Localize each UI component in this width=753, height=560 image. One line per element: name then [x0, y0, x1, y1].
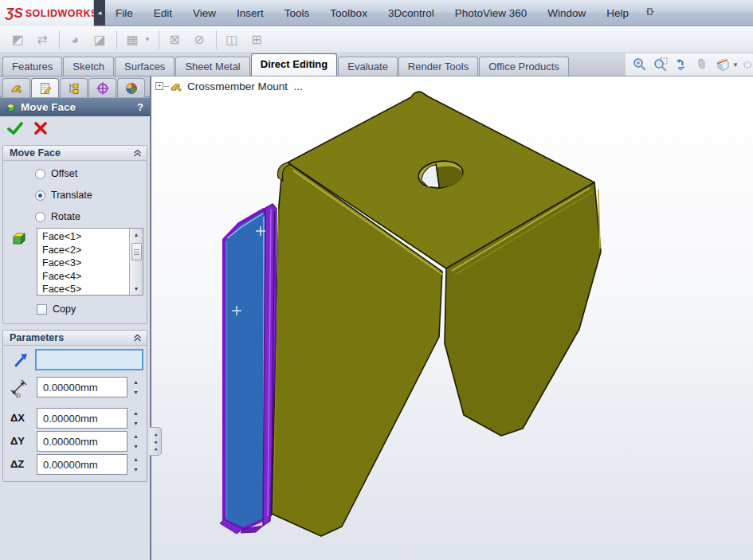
spin-up-icon[interactable]: ▲ — [130, 408, 142, 418]
pattern-icon[interactable]: ▦ — [123, 30, 142, 49]
copy-option[interactable]: Copy — [37, 301, 76, 317]
radio-circle[interactable] — [35, 169, 45, 179]
tab-surfaces[interactable]: Surfaces — [115, 57, 175, 76]
direction-reference-input[interactable] — [35, 349, 143, 370]
tab-render-tools[interactable]: Render Tools — [398, 57, 478, 76]
tab-sketch[interactable]: Sketch — [63, 57, 114, 76]
scroll-thumb[interactable] — [131, 243, 142, 260]
section-view-dropdown-icon[interactable]: ▼ — [732, 61, 739, 69]
parameters-group-header[interactable]: Parameters — [3, 331, 147, 346]
fillet-icon[interactable]: ◕ — [65, 30, 84, 49]
menu-3dcontrol[interactable]: 3Dcontrol — [378, 0, 445, 26]
menu-tools[interactable]: Tools — [274, 0, 320, 26]
delta-z-input[interactable] — [37, 454, 127, 475]
face-list-item[interactable]: Face<3> — [42, 257, 143, 270]
delta-y-spinner[interactable]: ▲ ▼ — [130, 431, 142, 452]
delta-z-label: ΔZ — [10, 458, 24, 470]
face-selection-list[interactable]: Face<1> Face<2> Face<3> Face<4> Face<5> … — [37, 228, 143, 296]
delta-y-row: ΔY ▲ ▼ — [3, 431, 147, 453]
menu-toolbox[interactable]: Toolbox — [320, 0, 378, 26]
face-list-scrollbar[interactable]: ▲ ▼ — [129, 229, 143, 295]
menu-help[interactable]: Help — [596, 0, 639, 26]
chamfer-icon[interactable]: ◪ — [90, 30, 109, 49]
model-selected-face[interactable] — [224, 210, 266, 529]
section-view-icon[interactable] — [715, 57, 731, 72]
scroll-up-icon[interactable]: ▲ — [130, 229, 143, 241]
menu-file[interactable]: File — [105, 0, 143, 26]
rotate-view-icon[interactable] — [673, 57, 689, 72]
pin-menu-icon[interactable] — [642, 0, 655, 25]
distance-input[interactable] — [37, 377, 127, 397]
tab-feature-manager[interactable] — [2, 78, 30, 97]
distance-spinner[interactable]: ▲ ▼ — [130, 377, 142, 397]
direction-arrow-icon — [13, 352, 29, 371]
menu-window[interactable]: Window — [537, 0, 596, 26]
spin-down-icon[interactable]: ▼ — [130, 441, 142, 452]
spin-up-icon[interactable]: ▲ — [130, 431, 142, 441]
help-button[interactable]: ? — [137, 101, 143, 113]
tab-configuration-manager[interactable] — [60, 78, 88, 97]
direction-row — [3, 349, 147, 373]
graphics-area[interactable]: + Crossmember Mount ... — [151, 76, 753, 560]
delta-x-spinner[interactable]: ▲ ▼ — [130, 408, 142, 429]
tab-dimxpert-manager[interactable] — [88, 78, 116, 97]
spin-down-icon[interactable]: ▼ — [130, 464, 142, 475]
toolbar-separator — [59, 30, 60, 49]
tab-office-products[interactable]: Office Products — [479, 57, 569, 76]
menu-view[interactable]: View — [182, 0, 226, 26]
radio-rotate[interactable]: Rotate — [35, 210, 80, 224]
radio-circle[interactable] — [35, 212, 45, 222]
delete-face-icon[interactable]: ⊠ — [165, 30, 184, 49]
spin-up-icon[interactable]: ▲ — [130, 377, 142, 387]
view-toolbar: ▼ — [626, 53, 753, 76]
panel-tab-strip — [0, 76, 150, 97]
tab-direct-editing[interactable]: Direct Editing — [251, 53, 338, 76]
tree-part-name[interactable]: Crossmember Mount ... — [187, 80, 303, 92]
radio-offset[interactable]: Offset — [35, 166, 77, 181]
face-list-item[interactable]: Face<1> — [42, 230, 143, 244]
confirm-row — [0, 116, 150, 140]
pan-icon[interactable] — [694, 57, 710, 72]
menu-edit[interactable]: Edit — [143, 0, 182, 26]
collapse-chevron-icon[interactable] — [133, 149, 142, 158]
delta-z-spinner[interactable]: ▲ ▼ — [130, 454, 142, 475]
replace-face-icon[interactable]: ⇄ — [33, 30, 52, 49]
menu-photoview[interactable]: PhotoView 360 — [445, 0, 538, 26]
collapse-chevron-icon[interactable] — [133, 334, 142, 343]
menu-insert[interactable]: Insert — [226, 0, 274, 26]
copy-checkbox[interactable] — [37, 304, 47, 315]
zoom-to-fit-icon[interactable] — [632, 57, 648, 72]
delta-y-input[interactable] — [37, 431, 127, 452]
spin-up-icon[interactable]: ▲ — [130, 454, 142, 464]
tab-sheet-metal[interactable]: Sheet Metal — [175, 57, 249, 76]
face-list-item[interactable]: Face<2> — [42, 244, 143, 257]
mirror-icon[interactable]: ◫ — [222, 30, 241, 49]
face-list-item[interactable]: Face<4> — [42, 270, 143, 284]
move-face-icon[interactable]: ◩ — [8, 30, 27, 49]
radio-translate[interactable]: Translate — [35, 188, 92, 202]
tab-features[interactable]: Features — [2, 57, 62, 76]
move-face-group-header[interactable]: Move Face — [3, 146, 147, 161]
panel-splitter-handle[interactable]: ◂◂◂ — [150, 427, 162, 456]
delta-x-input[interactable] — [37, 408, 127, 429]
view-settings-icon[interactable] — [743, 57, 753, 72]
spin-down-icon[interactable]: ▼ — [130, 418, 142, 429]
tree-expand-icon[interactable]: + — [155, 82, 163, 90]
tab-property-manager[interactable] — [31, 78, 59, 97]
radio-label: Translate — [51, 190, 92, 201]
copy-label: Copy — [53, 303, 76, 315]
menu-collapse-arrow-icon[interactable]: ◂ — [94, 0, 105, 25]
tab-display-manager[interactable] — [117, 78, 145, 97]
delete-hole-icon[interactable]: ⊘ — [190, 30, 209, 49]
cancel-button[interactable] — [33, 120, 49, 136]
ok-button[interactable] — [7, 120, 23, 136]
radio-circle-selected[interactable] — [35, 190, 45, 201]
tab-evaluate[interactable]: Evaluate — [338, 57, 398, 76]
pattern-dropdown-icon[interactable]: ▼ — [144, 36, 151, 43]
scroll-down-icon[interactable]: ▼ — [130, 283, 143, 295]
zoom-to-area-icon[interactable] — [653, 57, 669, 72]
logo-text: SOLIDWORKS — [25, 8, 98, 19]
face-list-item[interactable]: Face<5> — [42, 283, 143, 296]
spin-down-icon[interactable]: ▼ — [130, 387, 142, 397]
combine-icon[interactable]: ⊞ — [247, 30, 266, 49]
